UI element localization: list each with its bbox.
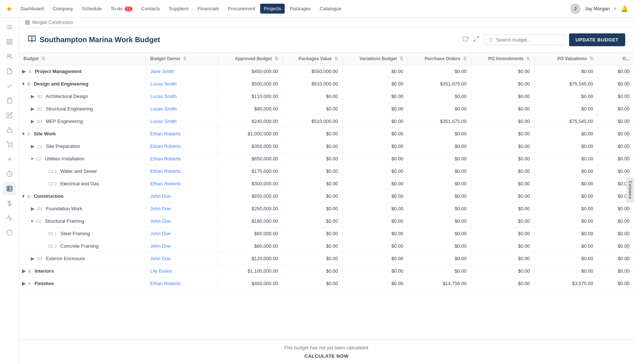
row-code: C2 xyxy=(36,157,41,161)
calculate-now-button[interactable]: CALCULATE NOW xyxy=(305,353,349,359)
sidebar-icon-grid[interactable] xyxy=(3,35,16,48)
search-icon xyxy=(489,37,493,43)
expand-icon[interactable]: ▶ xyxy=(31,256,34,261)
col-header-other[interactable]: O... xyxy=(598,52,634,65)
expand-icon[interactable]: ▶ xyxy=(31,119,34,124)
sidebar-icon-users[interactable] xyxy=(3,50,16,63)
nav-catalogue[interactable]: Catalogue xyxy=(316,4,345,14)
svg-point-12 xyxy=(11,147,12,148)
search-box[interactable] xyxy=(484,34,565,45)
col-header-budget-owner[interactable]: Budget Owner ⇅ xyxy=(146,52,218,65)
nav-contacts[interactable]: Contacts xyxy=(138,4,164,14)
cell-budget-owner[interactable]: Ethan Roberts xyxy=(146,178,218,190)
sidebar-icon-clock[interactable] xyxy=(3,167,16,181)
sidebar-icon-menu[interactable] xyxy=(3,21,16,34)
col-header-budget[interactable]: Budget ⇅ xyxy=(19,52,146,65)
sidebar-icon-dollar[interactable] xyxy=(3,197,16,210)
expand-icon[interactable]: ▶ xyxy=(31,94,34,99)
row-menu-icon[interactable]: ⋮ xyxy=(624,267,631,275)
row-menu-icon[interactable]: ⋮ xyxy=(624,142,631,150)
expand-icon[interactable]: ▶ xyxy=(22,268,26,274)
collapse-icon[interactable]: ▾ xyxy=(22,81,25,87)
sidebar-icon-document[interactable] xyxy=(3,65,16,78)
cell-other: $0.00 ⋮ xyxy=(598,277,634,290)
user-name[interactable]: Jay Morgan xyxy=(585,6,610,11)
row-menu-icon[interactable]: ⋮ xyxy=(624,242,631,250)
cell-budget-owner[interactable]: Ethan Roberts xyxy=(146,140,218,153)
nav-packages[interactable]: Packages xyxy=(286,4,314,14)
expand-icon[interactable]: ▶ xyxy=(31,206,34,211)
sidebar-icon-plus[interactable] xyxy=(3,153,16,166)
cell-budget-owner[interactable]: Ethan Roberts xyxy=(146,153,218,165)
expand-icon[interactable]: ▶ xyxy=(31,106,34,112)
sidebar-icon-analytics[interactable] xyxy=(3,211,16,225)
sidebar-icon-warning[interactable] xyxy=(3,226,16,239)
cell-budget-owner[interactable]: Ethan Roberts xyxy=(146,165,218,178)
budget-table: Budget ⇅ Budget Owner ⇅ Approved Budget … xyxy=(19,52,634,290)
refresh-icon[interactable] xyxy=(462,36,469,44)
cell-budget-owner[interactable]: Ethan Roberts xyxy=(146,128,218,140)
row-menu-icon[interactable]: ⋮ xyxy=(624,80,631,88)
row-menu-icon[interactable]: ⋮ xyxy=(624,280,631,288)
collapse-icon[interactable]: ▾ xyxy=(31,218,33,224)
expand-icon[interactable]: ▶ xyxy=(31,143,34,149)
sidebar-icon-clipboard[interactable] xyxy=(3,94,16,107)
cell-budget-owner[interactable]: John Doe xyxy=(146,252,218,265)
cell-budget-owner[interactable]: Lucas Smith xyxy=(146,103,218,115)
nav-suppliers[interactable]: Suppliers xyxy=(165,4,192,14)
sidebar-icon-check[interactable] xyxy=(3,79,16,92)
col-header-purchase-orders[interactable]: Purchase Orders ⇅ xyxy=(408,52,471,65)
nav-dashboard[interactable]: Dashboard xyxy=(17,4,48,14)
cell-po-valuations: $0.00 xyxy=(535,240,598,252)
nav-projects[interactable]: Projects xyxy=(260,4,285,14)
row-menu-icon[interactable]: ⋮ xyxy=(624,155,631,163)
sidebar-icon-edit[interactable] xyxy=(3,109,16,122)
update-budget-button[interactable]: UPDATE BUDGET xyxy=(569,33,625,46)
columns-toggle-button[interactable]: Columns xyxy=(626,177,634,203)
expand-icon[interactable]: ▶ xyxy=(22,281,26,286)
expand-icon[interactable] xyxy=(473,36,480,44)
row-menu-icon[interactable]: ⋮ xyxy=(624,92,631,101)
notification-bell-icon[interactable]: 🔔 xyxy=(621,5,628,12)
collapse-icon[interactable]: ▾ xyxy=(22,193,25,199)
cell-budget-owner[interactable]: Ethan Roberts xyxy=(146,277,218,290)
cell-purchase-orders: $351,675.00 xyxy=(408,115,471,128)
row-menu-icon[interactable]: ⋮ xyxy=(624,205,631,213)
row-menu-icon[interactable]: ⋮ xyxy=(624,130,631,138)
cell-budget-owner[interactable]: John Doe xyxy=(146,203,218,215)
cell-budget-owner[interactable]: Lucas Smith xyxy=(146,115,218,128)
col-header-po-amendments[interactable]: PO Amendments ⇅ xyxy=(471,52,535,65)
cell-budget-owner[interactable]: John Doe xyxy=(146,228,218,240)
row-menu-icon[interactable]: ⋮ xyxy=(624,167,631,175)
col-header-approved-budget[interactable]: Approved Budget ⇅ xyxy=(218,52,283,65)
col-header-variations-budget[interactable]: Variations Budget ⇅ xyxy=(343,52,408,65)
expand-icon[interactable]: ▶ xyxy=(22,69,26,74)
nav-schedule[interactable]: Schedule xyxy=(78,4,105,14)
nav-procurement[interactable]: Procurement xyxy=(224,4,259,14)
sidebar-icon-alert[interactable] xyxy=(3,123,16,136)
collapse-icon[interactable]: ▾ xyxy=(31,156,33,161)
row-menu-icon[interactable]: ⋮ xyxy=(624,255,631,263)
row-menu-icon[interactable]: ⋮ xyxy=(624,117,631,125)
col-header-packages-value[interactable]: Packages Value ⇅ xyxy=(283,52,343,65)
nav-todo[interactable]: To-do 11 xyxy=(107,4,136,14)
collapse-icon[interactable]: ▾ xyxy=(22,131,25,136)
cell-budget-owner[interactable]: Jane Smith xyxy=(146,65,218,78)
nav-financials[interactable]: Financials xyxy=(194,4,223,14)
sidebar-icon-cart[interactable] xyxy=(3,138,16,151)
col-header-po-valuations[interactable]: PO Valuations ⇅ xyxy=(535,52,598,65)
footer-note: This budget has not yet been calculated. xyxy=(24,345,629,350)
row-menu-icon[interactable]: ⋮ xyxy=(624,217,631,225)
cell-budget-owner[interactable]: Lucas Smith xyxy=(146,90,218,103)
row-menu-icon[interactable]: ⋮ xyxy=(624,230,631,238)
nav-company[interactable]: Company xyxy=(49,4,77,14)
cell-budget-owner[interactable]: John Doe xyxy=(146,240,218,252)
sidebar-icon-table[interactable] xyxy=(3,182,16,195)
row-menu-icon[interactable]: ⋮ xyxy=(624,68,631,76)
cell-budget-owner[interactable]: John Doe xyxy=(146,215,218,228)
row-menu-icon[interactable]: ⋮ xyxy=(624,105,631,113)
cell-budget-owner[interactable]: Lily Evans xyxy=(146,265,218,277)
cell-budget-owner[interactable]: Lucas Smith xyxy=(146,78,218,90)
search-input[interactable] xyxy=(496,37,560,43)
cell-budget-owner[interactable]: John Doe xyxy=(146,190,218,203)
